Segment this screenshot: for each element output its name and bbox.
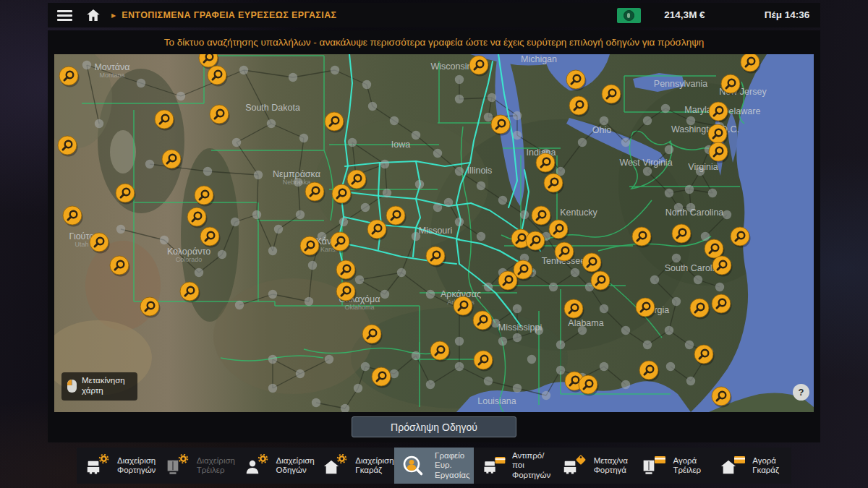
undiscovered-city-dot bbox=[412, 131, 420, 140]
undiscovered-city-dot bbox=[455, 95, 464, 103]
home-icon bbox=[87, 9, 100, 21]
state-label: South Dakota bbox=[245, 103, 300, 113]
undiscovered-city-dot bbox=[513, 131, 522, 140]
undiscovered-city-dot bbox=[455, 167, 464, 176]
undiscovered-city-dot bbox=[455, 218, 464, 226]
undiscovered-city-dot bbox=[665, 189, 673, 197]
state-label: Μοντάνα bbox=[94, 62, 129, 72]
undiscovered-city-dot bbox=[235, 301, 244, 309]
undiscovered-city-dot bbox=[268, 355, 277, 364]
undiscovered-city-dot bbox=[308, 261, 317, 270]
undiscovered-city-dot bbox=[268, 384, 277, 393]
state-sublabel: Nebraska bbox=[283, 179, 311, 186]
toolbar-item-garage-manager[interactable]: Διαχείριση Γκαράζ bbox=[315, 448, 394, 484]
menu-button[interactable] bbox=[57, 8, 72, 23]
state-label: Louisiana bbox=[477, 396, 516, 406]
undiscovered-city-dot bbox=[383, 189, 391, 197]
trailer-gear-icon bbox=[163, 454, 192, 477]
truck-gear-icon bbox=[84, 454, 113, 477]
state-sublabel: Colorado bbox=[176, 256, 203, 263]
undiscovered-city-dot bbox=[339, 218, 348, 226]
toolbar-item-employment-office[interactable]: Γραφείο Ευρ. Εργασίας bbox=[394, 448, 474, 484]
toolbar-item-truck-dealers[interactable]: Αντιπρό/ποι Φορτηγών bbox=[474, 448, 553, 484]
toolbar-item-label: Μεταχ/να Φορτηγά bbox=[594, 456, 628, 475]
mouse-drag-icon bbox=[67, 380, 77, 393]
undiscovered-city-dot bbox=[137, 79, 145, 87]
undiscovered-city-dot bbox=[268, 290, 277, 299]
undiscovered-city-dot bbox=[600, 116, 608, 125]
undiscovered-city-dot bbox=[203, 167, 212, 176]
toolbar-item-label: Αγορά Γκαράζ bbox=[752, 456, 779, 475]
recruitment-status-badge bbox=[617, 8, 641, 23]
state-label: Ohio bbox=[592, 125, 611, 135]
help-button[interactable]: ? bbox=[793, 384, 809, 401]
garage-card-icon bbox=[719, 454, 748, 477]
undiscovered-city-dot bbox=[455, 75, 464, 84]
undiscovered-city-dot bbox=[556, 341, 565, 349]
undiscovered-city-dot bbox=[600, 304, 608, 313]
agency-map[interactable]: ΜοντάναMontanaSouth DakotaΝεμπράσκαNebra… bbox=[54, 54, 814, 412]
notice-text: Το δίκτυο αναζήτησης υπαλλήλων - ανακάλυ… bbox=[48, 37, 820, 48]
undiscovered-city-dot bbox=[484, 113, 493, 121]
undiscovered-city-dot bbox=[513, 304, 522, 313]
undiscovered-city-dot bbox=[665, 145, 673, 154]
toolbar-item-garage-purchase[interactable]: Αγορά Γκαράζ bbox=[712, 448, 791, 484]
undiscovered-city-dot bbox=[455, 362, 464, 371]
undiscovered-city-dot bbox=[694, 275, 702, 284]
undiscovered-city-dot bbox=[362, 80, 371, 89]
undiscovered-city-dot bbox=[355, 275, 364, 284]
undiscovered-city-dot bbox=[426, 290, 435, 299]
toolbar-item-truck-manager[interactable]: Διαχείριση Φορτηγών bbox=[77, 448, 156, 484]
state-label: Mississippi bbox=[498, 322, 542, 333]
state-label: Wisconsin bbox=[431, 61, 472, 72]
toolbar-item-driver-manager[interactable]: Διαχείριση Οδηγών bbox=[236, 448, 315, 484]
undiscovered-city-dot bbox=[218, 250, 226, 259]
top-bar: ▶ ΕΝΤΟΠΙΣΜΕΝΑ ΓΡΑΦΕΙΑ ΕΥΡΕΣΕΩΣ ΕΡΓΑΣΙΑΣ … bbox=[48, 3, 820, 27]
state-sublabel: Utah bbox=[75, 241, 88, 248]
state-label: Iowa bbox=[391, 140, 410, 150]
undiscovered-city-dot bbox=[361, 362, 370, 371]
undiscovered-city-dot bbox=[672, 254, 681, 262]
undiscovered-city-dot bbox=[672, 297, 681, 306]
state-label: Illinois bbox=[467, 166, 493, 176]
undiscovered-city-dot bbox=[643, 341, 652, 349]
undiscovered-city-dot bbox=[354, 384, 362, 393]
state-sublabel: Oklahoma bbox=[344, 304, 374, 311]
undiscovered-city-dot bbox=[666, 362, 675, 371]
undiscovered-city-dot bbox=[542, 391, 550, 400]
undiscovered-city-dot bbox=[455, 337, 464, 346]
usa-map[interactable]: ΜοντάναMontanaSouth DakotaΝεμπράσκαNebra… bbox=[54, 54, 814, 412]
undiscovered-city-dot bbox=[331, 66, 339, 74]
undiscovered-city-dot bbox=[296, 210, 305, 219]
undiscovered-city-dot bbox=[231, 218, 239, 226]
hire-driver-button[interactable]: Πρόσληψη Οδηγού bbox=[352, 416, 516, 437]
undiscovered-city-dot bbox=[296, 369, 305, 378]
undiscovered-city-dot bbox=[527, 355, 536, 364]
toolbar-item-trailer-purchase[interactable]: Αγορά Τρέιλερ bbox=[632, 448, 712, 484]
undiscovered-city-dot bbox=[312, 398, 320, 407]
undiscovered-city-dot bbox=[433, 203, 442, 212]
undiscovered-city-dot bbox=[232, 138, 241, 147]
state-label: Washington D.C. bbox=[671, 124, 739, 134]
undiscovered-city-dot bbox=[513, 111, 522, 120]
undiscovered-city-dot bbox=[268, 247, 277, 255]
state-label: Virginia bbox=[688, 162, 718, 172]
undiscovered-city-dot bbox=[415, 180, 424, 189]
undiscovered-city-dot bbox=[433, 149, 442, 158]
undiscovered-city-dot bbox=[239, 66, 248, 74]
undiscovered-city-dot bbox=[650, 275, 659, 284]
state-label: Kentucky bbox=[560, 207, 597, 218]
garage-gear-icon bbox=[322, 454, 351, 477]
undiscovered-city-dot bbox=[621, 380, 630, 389]
truck-card-icon bbox=[481, 454, 508, 477]
undiscovered-city-dot bbox=[252, 210, 261, 219]
map-move-hint: Μετακίνηση χάρτη bbox=[61, 372, 137, 401]
toolbar-item-used-trucks[interactable]: Μεταχ/να Φορτηγά bbox=[553, 448, 633, 484]
undiscovered-city-dot bbox=[708, 189, 717, 197]
home-button[interactable] bbox=[87, 9, 100, 21]
undiscovered-city-dot bbox=[176, 92, 185, 100]
toolbar-item-trailer-manager[interactable]: Διαχείριση Τρέιλερ bbox=[156, 448, 236, 484]
undiscovered-city-dot bbox=[145, 160, 154, 168]
truck-tag-icon bbox=[561, 454, 590, 477]
state-label: Missouri bbox=[419, 226, 453, 236]
